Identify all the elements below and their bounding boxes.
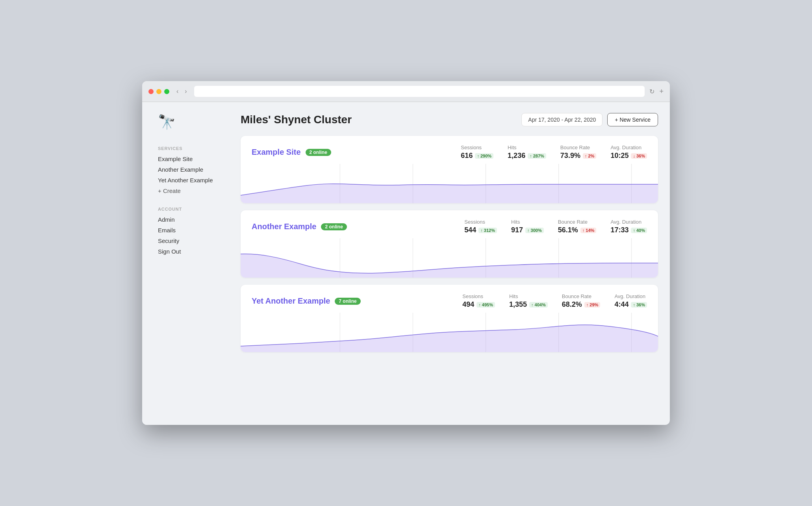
- chart-svg: [241, 164, 658, 203]
- account-nav: Admin Emails Security Sign Out: [158, 215, 217, 256]
- hits-label: Hits: [511, 219, 544, 225]
- card-title[interactable]: Yet Another Example: [252, 297, 330, 306]
- stat-avg-duration: Avg. Duration 4:44 ↑ 36%: [614, 293, 647, 309]
- chart-svg: [241, 238, 658, 278]
- services-section-label: Services: [158, 146, 217, 151]
- card-title-row: Example Site 2 online: [252, 148, 331, 157]
- stat-avg-duration: Avg. Duration 17:33 ↑ 40%: [610, 219, 647, 234]
- main-content: Miles' Shynet Cluster Apr 17, 2020 - Apr…: [229, 102, 670, 425]
- hits-badge: ↑ 300%: [525, 228, 544, 233]
- sessions-label: Sessions: [464, 219, 497, 225]
- card-header-another-example: Another Example 2 online Sessions 544 ↑ …: [252, 219, 647, 234]
- forward-button[interactable]: ›: [182, 87, 189, 96]
- sessions-value: 616: [461, 152, 473, 160]
- avg-duration-value: 4:44: [614, 300, 628, 309]
- sidebar-item-sign-out[interactable]: Sign Out: [158, 247, 217, 256]
- bounce-rate-label: Bounce Rate: [560, 145, 597, 150]
- new-tab-button[interactable]: +: [659, 87, 664, 96]
- sidebar-item-example-site[interactable]: Example Site: [158, 155, 217, 163]
- hits-badge: ↑ 404%: [529, 302, 548, 308]
- sessions-badge: ↑ 290%: [475, 153, 493, 159]
- hits-label: Hits: [508, 145, 546, 150]
- date-range-button[interactable]: Apr 17, 2020 - Apr 22, 2020: [521, 113, 603, 126]
- avg-duration-label: Avg. Duration: [610, 219, 647, 225]
- avg-duration-badge: ↑ 36%: [631, 302, 647, 308]
- stat-avg-duration: Avg. Duration 10:25 ↓ 36%: [610, 145, 647, 160]
- stat-sessions: Sessions 616 ↑ 290%: [461, 145, 493, 160]
- online-badge: 2 online: [321, 223, 347, 230]
- chart-area: [241, 238, 658, 278]
- sidebar-link-emails[interactable]: Emails: [158, 226, 217, 234]
- sidebar-item-yet-another-example[interactable]: Yet Another Example: [158, 176, 217, 184]
- hits-value: 1,236: [508, 152, 525, 160]
- account-section-label: Account: [158, 207, 217, 211]
- logo-icon: 🔭: [158, 114, 217, 130]
- card-stats: Sessions 616 ↑ 290% Hits 1,236 ↑ 287% Bo…: [461, 145, 647, 160]
- online-badge: 2 online: [306, 149, 331, 156]
- card-title[interactable]: Another Example: [252, 222, 316, 231]
- sidebar-link-admin[interactable]: Admin: [158, 215, 217, 224]
- bounce-rate-badge: ↑ 29%: [584, 302, 601, 308]
- bounce-rate-value: 56.1%: [558, 226, 578, 234]
- sessions-badge: ↑ 312%: [478, 228, 497, 233]
- service-card-example-site[interactable]: Example Site 2 online Sessions 616 ↑ 290…: [241, 136, 658, 203]
- sessions-label: Sessions: [461, 145, 493, 150]
- new-service-button[interactable]: + New Service: [607, 113, 658, 126]
- sidebar-item-admin[interactable]: Admin: [158, 215, 217, 224]
- sidebar-link-another-example[interactable]: Another Example: [158, 165, 217, 174]
- sidebar-link-example-site[interactable]: Example Site: [158, 155, 217, 163]
- sidebar-item-security[interactable]: Security: [158, 237, 217, 245]
- stat-bounce-rate: Bounce Rate 68.2% ↑ 29%: [562, 293, 601, 309]
- card-stats: Sessions 494 ↑ 495% Hits 1,355 ↑ 404% Bo…: [462, 293, 647, 309]
- bounce-rate-label: Bounce Rate: [558, 219, 597, 225]
- stat-hits: Hits 1,355 ↑ 404%: [509, 293, 548, 309]
- page-title: Miles' Shynet Cluster: [241, 113, 352, 126]
- stat-hits: Hits 1,236 ↑ 287%: [508, 145, 546, 160]
- service-card-another-example[interactable]: Another Example 2 online Sessions 544 ↑ …: [241, 210, 658, 278]
- close-button[interactable]: [148, 89, 154, 94]
- sidebar-link-security[interactable]: Security: [158, 237, 217, 245]
- maximize-button[interactable]: [164, 89, 169, 94]
- stat-bounce-rate: Bounce Rate 73.9% ↑ 2%: [560, 145, 597, 160]
- sidebar-link-create[interactable]: + Create: [158, 187, 217, 195]
- hits-value: 917: [511, 226, 523, 234]
- top-bar-right: Apr 17, 2020 - Apr 22, 2020 + New Servic…: [521, 113, 658, 126]
- sidebar-item-another-example[interactable]: Another Example: [158, 165, 217, 174]
- stat-sessions: Sessions 544 ↑ 312%: [464, 219, 497, 234]
- stat-sessions: Sessions 494 ↑ 495%: [462, 293, 495, 309]
- avg-duration-value: 10:25: [610, 152, 628, 160]
- avg-duration-value: 17:33: [610, 226, 628, 234]
- traffic-lights: [148, 89, 169, 94]
- card-header-yet-another-example: Yet Another Example 7 online Sessions 49…: [252, 293, 647, 309]
- back-button[interactable]: ‹: [174, 87, 181, 96]
- avg-duration-badge: ↓ 36%: [631, 153, 647, 159]
- top-bar: Miles' Shynet Cluster Apr 17, 2020 - Apr…: [241, 113, 658, 126]
- hits-label: Hits: [509, 293, 548, 299]
- hits-value: 1,355: [509, 300, 527, 309]
- chart-svg: [241, 313, 658, 352]
- sessions-badge: ↑ 495%: [476, 302, 495, 308]
- cards-container: Example Site 2 online Sessions 616 ↑ 290…: [241, 136, 658, 352]
- stat-bounce-rate: Bounce Rate 56.1% ↑ 14%: [558, 219, 597, 234]
- bounce-rate-value: 68.2%: [562, 300, 582, 309]
- card-title[interactable]: Example Site: [252, 148, 301, 157]
- sidebar-item-create[interactable]: + Create: [158, 187, 217, 195]
- nav-buttons: ‹ ›: [174, 87, 189, 96]
- sidebar-link-yet-another-example[interactable]: Yet Another Example: [158, 176, 217, 184]
- url-bar[interactable]: [194, 86, 645, 97]
- bounce-rate-value: 73.9%: [560, 152, 580, 160]
- avg-duration-badge: ↑ 40%: [631, 228, 647, 233]
- online-badge: 7 online: [335, 298, 360, 305]
- app-layout: 🔭 Services Example Site Another Example …: [142, 102, 670, 425]
- sidebar: 🔭 Services Example Site Another Example …: [142, 102, 229, 425]
- bounce-rate-badge: ↑ 2%: [583, 153, 596, 159]
- avg-duration-label: Avg. Duration: [610, 145, 647, 150]
- sidebar-link-sign-out[interactable]: Sign Out: [158, 247, 217, 256]
- hits-badge: ↑ 287%: [528, 153, 546, 159]
- minimize-button[interactable]: [156, 89, 161, 94]
- sessions-value: 544: [464, 226, 476, 234]
- card-title-row: Yet Another Example 7 online: [252, 297, 361, 306]
- sidebar-item-emails[interactable]: Emails: [158, 226, 217, 234]
- service-card-yet-another-example[interactable]: Yet Another Example 7 online Sessions 49…: [241, 285, 658, 352]
- sessions-value: 494: [462, 300, 474, 309]
